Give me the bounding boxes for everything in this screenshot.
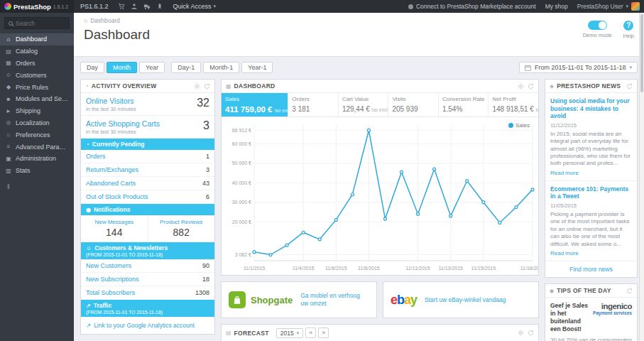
chart-point[interactable]: [318, 238, 321, 241]
kpi-orders[interactable]: Orders 3 181: [288, 93, 339, 117]
refresh-icon[interactable]: [626, 288, 633, 294]
sidebar-item-advanced-parameters[interactable]: ≡Advanced Parameters: [0, 141, 74, 153]
sidebar-search[interactable]: [4, 17, 70, 29]
sidebar-item-localization[interactable]: ◎Localization: [0, 117, 74, 129]
sidebar-item-orders[interactable]: ▦Orders: [0, 58, 74, 70]
row-label[interactable]: Total Subscribers: [86, 289, 135, 296]
previous-year-button[interactable]: «: [305, 328, 316, 338]
gear-icon[interactable]: [518, 330, 524, 336]
tips-icon: ◆: [550, 288, 554, 294]
sidebar-item-modules[interactable]: ■Modules and Services: [0, 93, 74, 105]
sidebar-item-preferences[interactable]: ☼Preferences: [0, 129, 74, 141]
active-carts-link[interactable]: Active Shopping Carts: [86, 119, 209, 128]
row-label[interactable]: Return/Exchanges: [86, 166, 138, 173]
sidebar-item-label: Shipping: [16, 107, 40, 114]
forecast-year-select[interactable]: 2015▾: [276, 328, 303, 338]
chart-point[interactable]: [334, 218, 337, 221]
truck-icon[interactable]: [143, 3, 151, 10]
chart-point[interactable]: [417, 212, 420, 215]
ebay-link[interactable]: Start uw eBay-winkel vandaag: [425, 296, 506, 304]
filter-day-button[interactable]: Day: [80, 62, 104, 73]
read-more-link[interactable]: Read more: [550, 250, 579, 256]
chart-point[interactable]: [515, 206, 518, 209]
article-title-link[interactable]: Ecommerce 101: Payments in a Tweet: [550, 185, 632, 200]
cart-icon[interactable]: [118, 3, 125, 10]
filter-year-1-button[interactable]: Year-1: [241, 62, 273, 73]
article-title-link[interactable]: Using social media for your business: 4 …: [550, 97, 632, 120]
new-messages-cell[interactable]: New Messages 144: [81, 215, 148, 242]
sidebar-item-stats[interactable]: ▥Stats: [0, 165, 74, 177]
chart-point[interactable]: [302, 231, 305, 234]
chart-point[interactable]: [400, 170, 403, 173]
sidebar-item-catalog[interactable]: ▤Catalog: [0, 45, 74, 58]
google-analytics-link[interactable]: ↗ Link to your Google Analytics account: [81, 317, 214, 334]
row-label[interactable]: Out of Stock Products: [86, 193, 148, 200]
notifications-header: ◉Notifications: [81, 204, 214, 215]
refresh-icon[interactable]: [626, 83, 633, 90]
row-label[interactable]: New Subscriptions: [86, 276, 139, 283]
chart-point[interactable]: [482, 201, 485, 204]
filter-day-1-button[interactable]: Day-1: [171, 62, 201, 73]
chart-point[interactable]: [433, 168, 436, 170]
rocket-icon[interactable]: [156, 3, 163, 10]
localization-icon: ◎: [5, 119, 12, 126]
chart-point[interactable]: [449, 215, 452, 217]
chart-point[interactable]: [351, 193, 354, 196]
prestashop-brand[interactable]: PrestaShop 1.6.1.2: [0, 0, 74, 13]
quick-access-menu[interactable]: Quick Access ▾: [173, 3, 217, 10]
sidebar-item-price-rules[interactable]: ◆Price Rules: [0, 81, 74, 93]
row-label[interactable]: Orders: [86, 153, 106, 160]
help-icon[interactable]: ?: [623, 21, 633, 31]
shop-name[interactable]: PS1.6.1.2: [74, 3, 115, 10]
chart-point[interactable]: [466, 180, 469, 183]
chart-point[interactable]: [269, 254, 272, 256]
marketplace-link[interactable]: Connect to PrestaShop Marketplace accoun…: [408, 3, 536, 10]
chart-legend[interactable]: Sales: [508, 122, 530, 129]
user-menu[interactable]: PrestaShop User ▾: [577, 2, 640, 11]
chart-point[interactable]: [285, 244, 288, 247]
kpi-conversion-rate[interactable]: Conversion Rate 1.54%: [439, 93, 489, 117]
online-visitors-link[interactable]: Online Visitors: [86, 97, 209, 105]
my-shop-link[interactable]: My shop: [545, 3, 568, 10]
filter-year-button[interactable]: Year: [139, 62, 165, 73]
refresh-icon[interactable]: [204, 83, 210, 90]
product-reviews-cell[interactable]: Product Reviews 882: [148, 215, 215, 242]
chart-point[interactable]: [383, 217, 386, 220]
chart-point[interactable]: [367, 129, 370, 131]
sidebar-item-shipping[interactable]: ►Shipping: [0, 105, 74, 117]
row-label[interactable]: New Customers: [86, 262, 131, 269]
chart-point[interactable]: [498, 222, 501, 224]
shopgate-promo[interactable]: Shopgate Ga mobiel en verhoog uw omzet: [221, 281, 377, 318]
refresh-icon[interactable]: [528, 83, 534, 90]
date-range-label: From 2015-11-01 To 2015-11-18: [535, 64, 626, 71]
kpi-visits[interactable]: Visits 205 939: [388, 93, 439, 117]
ebay-promo[interactable]: ebay Start uw eBay-winkel vandaag: [383, 281, 539, 318]
chart-point[interactable]: [531, 188, 534, 191]
gear-icon[interactable]: [194, 83, 200, 90]
kpi-sales[interactable]: Sales 411 759,00 € tax excl.: [222, 93, 288, 117]
demo-mode-toggle[interactable]: [588, 21, 607, 30]
gear-icon[interactable]: [518, 83, 524, 90]
read-more-link[interactable]: Read more: [550, 170, 579, 176]
date-range-picker[interactable]: From 2015-11-01 To 2015-11-18 ▾: [519, 62, 638, 73]
next-year-button[interactable]: »: [318, 328, 329, 338]
panel-title: TIPS OF THE DAY: [557, 287, 623, 294]
chart-point[interactable]: [253, 251, 256, 254]
customer-icon[interactable]: [131, 3, 138, 10]
refresh-icon[interactable]: [528, 330, 534, 336]
filter-month-button[interactable]: Month: [107, 62, 137, 73]
sidebar-item-dashboard[interactable]: ⌂Dashboard: [0, 33, 74, 45]
search-input[interactable]: [16, 20, 65, 27]
sidebar-collapse-button[interactable]: ‖: [0, 177, 74, 197]
scrollbar-thumb[interactable]: [640, 14, 643, 92]
filter-month-1-button[interactable]: Month-1: [203, 62, 239, 73]
find-more-news-link[interactable]: Find more news: [545, 261, 637, 277]
kpi-net-profit[interactable]: Net Profit 148 918,51 € tax excl.: [489, 93, 538, 117]
sidebar-item-administration[interactable]: ▣Administration: [0, 153, 74, 165]
sidebar-item-customers[interactable]: ☺Customers: [0, 69, 74, 81]
cell-value: 144: [82, 227, 146, 238]
scrollbar[interactable]: [639, 13, 644, 341]
row-label[interactable]: Abandoned Carts: [86, 180, 136, 187]
shopgate-link[interactable]: Ga mobiel en verhoog uw omzet: [300, 292, 369, 307]
kpi-cart-value[interactable]: Cart Value 129,44 € tax excl.: [339, 93, 389, 117]
